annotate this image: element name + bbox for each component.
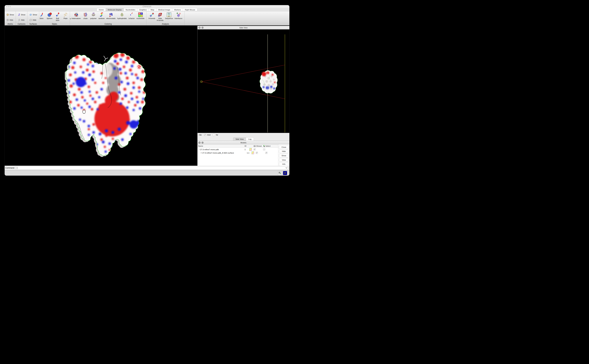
hide-model-button[interactable]: Hide [279, 150, 289, 153]
surface-hole [83, 110, 86, 114]
color-rainbow-button[interactable]: rainbow [98, 12, 106, 19]
electrostatic-icon [109, 12, 113, 17]
rainbow-icon [99, 12, 104, 17]
tab-log[interactable]: Log [246, 137, 253, 141]
heteroatom-icon [74, 12, 79, 17]
ribbon-toolbar: Show Hide Atoms Show [5, 12, 289, 26]
ribbon-group-styles: Stick Sphere Ball stick Plain [39, 12, 70, 25]
resize-graphics-button[interactable] [278, 171, 282, 175]
ribbon-group-atoms: Show Hide Atoms [5, 12, 16, 25]
tab-home[interactable]: Home [97, 8, 106, 11]
col-name: Name [198, 145, 245, 147]
hbonds-button[interactable]: H-bonds [148, 12, 156, 19]
b-factor-icon [130, 12, 134, 17]
color-polymer-button[interactable]: polymer [89, 12, 98, 19]
window-title: ChimeraX [5, 6, 289, 8]
panel-tab-bar: Side View Log [198, 137, 289, 141]
lightning-icon [284, 172, 286, 174]
command-caret: ` [16, 167, 18, 169]
clip-near-checkbox[interactable] [204, 134, 206, 136]
fast-rendering-button[interactable] [283, 171, 287, 175]
close-model-button[interactable]: Close [279, 145, 289, 149]
side-view-molecule-thumbnail [260, 70, 278, 93]
model-color-swatch[interactable] [249, 148, 252, 151]
tree-collapse-icon[interactable]: ▼ [198, 149, 200, 150]
hide-h-bonds-icon [158, 12, 162, 17]
tab-side-view[interactable]: Side View [233, 137, 246, 141]
info-model-button[interactable]: Info [279, 162, 289, 166]
color-heteroatom-button[interactable]: heteroatom [71, 12, 81, 19]
models-title: Models [198, 142, 289, 144]
model-2-shown-checkbox[interactable] [256, 152, 258, 154]
models-panel: Name ID Shown Select ▼ 27-3-refine7-mono… [198, 144, 289, 166]
style-stick-button[interactable]: Stick [38, 12, 46, 19]
atoms-hide-icon [7, 19, 9, 21]
svg-text:C: C [177, 13, 178, 14]
atoms-show-button[interactable]: Show [6, 13, 15, 16]
surfaces-hide-button[interactable]: Hide [29, 19, 38, 21]
title-bar: ChimeraX [5, 5, 289, 8]
command-input[interactable]: ` [16, 166, 288, 170]
tab-medical-image[interactable]: Medical Image [156, 8, 172, 11]
atoms-group-label: Atoms [5, 23, 16, 25]
right-dock-panel: ✕ ❐ Side View [197, 26, 289, 166]
col-id: ID [245, 145, 249, 147]
color-nucleotide-button[interactable]: A T G C nucleotide [136, 12, 145, 19]
side-view-header: ✕ ❐ Side View [198, 26, 289, 29]
model-row-1[interactable]: ▼ 27-3-refine7-mono.pdb 1 [198, 148, 278, 151]
atoms-hide-button[interactable]: Hide [6, 19, 15, 21]
sequence-icon: MAV VVC SWY [167, 12, 171, 17]
style-ball-stick-button[interactable]: Ball stick [54, 12, 62, 21]
model-1-select-checkbox[interactable] [263, 148, 265, 150]
model-2-select-checkbox[interactable] [265, 152, 267, 154]
color-bfactor-button[interactable]: b-factor [128, 12, 136, 19]
tab-graphics[interactable]: Graphics [137, 8, 149, 11]
color-chain-button[interactable]: chain [81, 12, 89, 19]
select-cursor-icon [263, 145, 265, 147]
model-color-swatch[interactable] [251, 151, 254, 154]
ribbon-group-analysis: H-bonds Hide H-bonds MAV VVC SWY Sequenc… [146, 12, 185, 25]
style-plain-button[interactable]: Plain [62, 12, 70, 19]
surfaces-group-label: Surfaces [27, 23, 39, 25]
tab-map[interactable]: Map [149, 8, 156, 11]
resize-selection-icon [279, 172, 281, 174]
model-row-2[interactable]: ▶ 27-3-refine7-mono.pdb_A SES surface 1.… [198, 151, 278, 155]
h-bonds-icon [150, 12, 154, 17]
hide-hbonds-button[interactable]: Hide H-bonds [156, 12, 164, 21]
models-buttons-column: Close Hide Show View Info [278, 144, 289, 166]
color-hydrophobic-button[interactable]: hydrophobic [117, 12, 128, 19]
toolbar-tab-row: Home Molecule Display Nucleotides Graphi… [5, 8, 289, 12]
sequence-button[interactable]: MAV VVC SWY Sequence [164, 12, 174, 19]
models-table: Name ID Shown Select ▼ 27-3-refine7-mono… [198, 144, 278, 166]
atoms-show-icon [7, 13, 9, 16]
surfaces-show-button[interactable]: Show [29, 13, 38, 16]
coloring-group-label: Coloring [70, 23, 146, 25]
main-3d-viewport[interactable] [5, 26, 197, 166]
tab-markers[interactable]: Markers [172, 8, 183, 11]
surfaces-show-icon [29, 13, 32, 16]
tab-molecule-display[interactable]: Molecule Display [106, 8, 124, 11]
command-history-chevron-icon[interactable] [285, 166, 287, 169]
models-table-header: Name ID Shown Select [198, 144, 278, 148]
tab-nucleotides[interactable]: Nucleotides [124, 8, 137, 11]
cartoons-show-button[interactable]: Show [17, 13, 26, 16]
status-bar [5, 170, 289, 176]
show-model-button[interactable]: Show [279, 154, 289, 157]
model-1-shown-checkbox[interactable] [253, 148, 256, 150]
tree-expand-icon[interactable]: ▶ [200, 152, 202, 154]
electrostatic-surface-molecule [65, 52, 150, 160]
plain-icon [63, 12, 68, 17]
tab-right-mouse[interactable]: Right Mouse [183, 8, 197, 11]
command-line-row: Command: ` [5, 166, 289, 170]
color-electrostatic-button[interactable]: electrostatic [106, 12, 117, 19]
interfaces-button[interactable]: C B A Interfaces [174, 12, 183, 19]
nucleotide-icon: A T G C [138, 12, 143, 17]
hydrophobic-icon [120, 12, 124, 17]
ball-stick-icon [56, 12, 60, 17]
side-view-viewport[interactable] [198, 29, 289, 133]
style-sphere-button[interactable]: Sphere [46, 12, 54, 19]
clip-far-checkbox[interactable] [213, 134, 215, 136]
cartoons-hide-button[interactable]: Hide [17, 19, 26, 21]
chimerax-window: ChimeraX Home Molecule Display Nucleotid… [5, 5, 289, 176]
view-model-button[interactable]: View [279, 158, 289, 162]
